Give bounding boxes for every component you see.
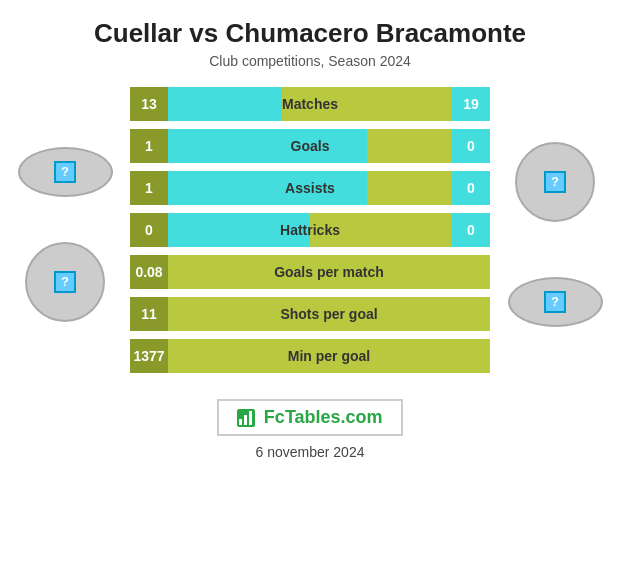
stat-right-goals: 0 <box>452 129 490 163</box>
avatar-right-top: ? <box>515 142 595 222</box>
avatar-placeholder-right-top: ? <box>544 171 566 193</box>
stat-label-goals-per-match: Goals per match <box>274 264 384 280</box>
watermark-text: FcTables.com <box>264 407 383 427</box>
stat-bar-shots-per-goal: Shots per goal <box>168 297 490 331</box>
stat-left-min-per-goal: 1377 <box>130 339 168 373</box>
stat-row-matches: 13Matches19 <box>130 87 490 121</box>
stat-fill-goals <box>168 129 367 163</box>
avatar-left-top: ? <box>18 147 113 197</box>
stat-left-goals-per-match: 0.08 <box>130 255 168 289</box>
main-content: ? ? 13Matches191Goals01Assists00Hattrick… <box>0 77 620 381</box>
svg-rect-0 <box>239 419 242 425</box>
brand-tables: Tables.com <box>285 407 383 427</box>
stat-row-shots-per-goal: 11Shots per goal <box>130 297 490 331</box>
stat-right-matches: 19 <box>452 87 490 121</box>
stat-row-min-per-goal: 1377Min per goal <box>130 339 490 373</box>
stat-right-hattricks: 0 <box>452 213 490 247</box>
stat-left-assists: 1 <box>130 171 168 205</box>
stat-label-goals: Goals <box>291 138 330 154</box>
stat-bar-goals: Goals <box>168 129 452 163</box>
stat-row-assists: 1Assists0 <box>130 171 490 205</box>
player-left: ? ? <box>5 147 125 322</box>
stat-left-hattricks: 0 <box>130 213 168 247</box>
stat-right-assists: 0 <box>452 171 490 205</box>
stat-label-matches: Matches <box>282 96 338 112</box>
stat-bar-hattricks: Hattricks <box>168 213 452 247</box>
player-right: ? ? <box>495 142 615 327</box>
page-title: Cuellar vs Chumacero Bracamonte <box>20 18 600 49</box>
stat-label-shots-per-goal: Shots per goal <box>280 306 377 322</box>
stat-label-hattricks: Hattricks <box>280 222 340 238</box>
header: Cuellar vs Chumacero Bracamonte Club com… <box>0 0 620 77</box>
subtitle: Club competitions, Season 2024 <box>20 53 600 69</box>
avatar-placeholder-left-top: ? <box>54 161 76 183</box>
stat-fill-assists <box>168 171 367 205</box>
avatar-left-bottom: ? <box>25 242 105 322</box>
avatar-right-bottom: ? <box>508 277 603 327</box>
stat-row-hattricks: 0Hattricks0 <box>130 213 490 247</box>
stat-left-goals: 1 <box>130 129 168 163</box>
stat-bar-assists: Assists <box>168 171 452 205</box>
watermark: FcTables.com <box>0 399 620 436</box>
stat-row-goals: 1Goals0 <box>130 129 490 163</box>
footer-date: 6 november 2024 <box>0 444 620 460</box>
svg-rect-1 <box>244 415 247 425</box>
stat-bar-min-per-goal: Min per goal <box>168 339 490 373</box>
chart-icon <box>237 409 255 427</box>
stat-left-matches: 13 <box>130 87 168 121</box>
avatar-placeholder-right-bottom: ? <box>544 291 566 313</box>
stat-label-assists: Assists <box>285 180 335 196</box>
stat-row-goals-per-match: 0.08Goals per match <box>130 255 490 289</box>
stat-label-min-per-goal: Min per goal <box>288 348 370 364</box>
stats-container: 13Matches191Goals01Assists00Hattricks00.… <box>130 87 490 381</box>
svg-rect-2 <box>249 411 252 425</box>
brand-fc: Fc <box>264 407 285 427</box>
avatar-placeholder-left-bottom: ? <box>54 271 76 293</box>
stat-fill-matches <box>168 87 282 121</box>
watermark-box: FcTables.com <box>217 399 402 436</box>
stat-bar-matches: Matches <box>168 87 452 121</box>
stat-bar-goals-per-match: Goals per match <box>168 255 490 289</box>
stat-left-shots-per-goal: 11 <box>130 297 168 331</box>
